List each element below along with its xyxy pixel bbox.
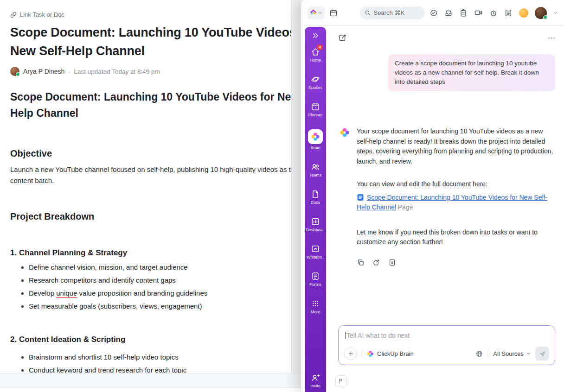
spaces-icon bbox=[311, 75, 320, 84]
doc-body-heading: Scope Document: Launching 10 YouTube Vid… bbox=[10, 89, 335, 121]
ai-paragraph: Your scope document for launching 10 You… bbox=[357, 126, 555, 166]
sources-label: All Sources bbox=[493, 350, 524, 357]
online-status-dot bbox=[16, 72, 20, 76]
objective-paragraph: Launch a new YouTube channel focused on … bbox=[10, 164, 326, 186]
sidebar-item-planner[interactable]: Planner bbox=[305, 102, 326, 117]
export-icon[interactable] bbox=[388, 259, 396, 266]
sidebar-item-invite[interactable]: Invite bbox=[305, 373, 326, 388]
clickup-logo-button[interactable] bbox=[308, 6, 325, 19]
sidebar-item-label: Brain bbox=[310, 145, 320, 150]
wave-icon[interactable] bbox=[519, 8, 528, 18]
docs-icon bbox=[311, 190, 320, 199]
brain-logo-icon bbox=[367, 350, 374, 357]
link-type-label: Page bbox=[398, 203, 413, 211]
active-item-tile bbox=[308, 129, 323, 144]
chevron-down-icon[interactable] bbox=[553, 11, 558, 15]
ai-paragraph: Let me know if you need this broken down… bbox=[357, 228, 555, 247]
brain-logo-icon bbox=[311, 132, 320, 141]
scope-document-link[interactable]: Scope Document: Launching 10 YouTube Vid… bbox=[357, 194, 547, 211]
composer-toolbar: ClickUp Brain All Sources bbox=[344, 347, 549, 360]
sidebar-item-whiteboards[interactable]: Whitebo.. bbox=[305, 244, 326, 259]
sidebar-item-label: Dashboa.. bbox=[306, 228, 325, 232]
separator-dot: · bbox=[68, 68, 70, 75]
whiteboards-icon bbox=[311, 244, 320, 253]
calendar-icon[interactable] bbox=[329, 9, 338, 17]
add-attachment-button[interactable] bbox=[344, 347, 357, 360]
sidebar-item-teams[interactable]: Teams bbox=[305, 162, 326, 177]
section2-heading: 2. Content Ideation & Scripting bbox=[10, 335, 125, 344]
project-breakdown-heading: Project Breakdown bbox=[10, 211, 94, 222]
ai-composer[interactable]: Tell AI what to do next ClickUp Brain bbox=[338, 325, 555, 365]
sidebar-item-label: Forms bbox=[309, 282, 321, 287]
send-button[interactable] bbox=[535, 347, 549, 360]
overlay-sidebar: 4 Home Spaces Planner bbox=[305, 27, 326, 392]
brain-chat-panel: ⋯ Create a scope document for launching … bbox=[326, 26, 564, 392]
doc-page-title: Scope Document: Launching 10 YouTube Vid… bbox=[10, 23, 340, 60]
chat-options-menu-icon[interactable]: ⋯ bbox=[548, 33, 555, 42]
message-action-row bbox=[357, 259, 555, 266]
sidebar-item-home[interactable]: 4 Home bbox=[305, 47, 326, 63]
timer-icon[interactable] bbox=[489, 9, 498, 17]
author-avatar[interactable] bbox=[10, 67, 19, 76]
model-selector[interactable]: ClickUp Brain bbox=[377, 350, 414, 357]
web-search-globe-icon[interactable] bbox=[475, 350, 483, 358]
link-task-or-doc-button[interactable]: Link Task or Doc bbox=[10, 11, 64, 18]
check-circle-icon[interactable] bbox=[429, 9, 438, 17]
divider bbox=[488, 349, 488, 358]
sidebar-item-label: More bbox=[311, 310, 320, 314]
search-placeholder: Search ⌘K bbox=[374, 9, 404, 16]
sidebar-item-dashboards[interactable]: Dashboa.. bbox=[305, 217, 326, 232]
objective-heading: Objective bbox=[10, 148, 52, 159]
sidebar-item-label: Docs bbox=[311, 200, 320, 205]
ai-response-body: Your scope document for launching 10 You… bbox=[357, 126, 555, 266]
video-icon[interactable] bbox=[474, 8, 483, 17]
invite-person-icon bbox=[311, 373, 320, 382]
last-updated-text: Last updated Today at 8:49 pm bbox=[74, 68, 160, 75]
sidebar-item-docs[interactable]: Docs bbox=[305, 190, 326, 205]
link-icon bbox=[10, 12, 17, 18]
overlay-topbar: Search ⌘K bbox=[301, 0, 564, 26]
notes-icon[interactable] bbox=[504, 9, 513, 17]
dashboards-icon bbox=[311, 217, 320, 226]
online-status-dot bbox=[543, 15, 547, 19]
composer-placeholder: Tell AI what to do next bbox=[346, 332, 410, 339]
planner-icon bbox=[311, 102, 320, 111]
section1-bullet-list: Define channel vision, mission, and targ… bbox=[10, 261, 326, 313]
feedback-flag-icon[interactable] bbox=[335, 375, 346, 386]
search-input[interactable]: Search ⌘K bbox=[360, 6, 425, 19]
chevron-down-icon bbox=[318, 11, 322, 15]
link-task-or-doc-label: Link Task or Doc bbox=[20, 11, 64, 18]
clipboard-icon[interactable] bbox=[459, 9, 468, 17]
copy-icon[interactable] bbox=[357, 259, 365, 266]
sidebar-item-spaces[interactable]: Spaces bbox=[305, 75, 326, 90]
doc-link-line: Scope Document: Launching 10 YouTube Vid… bbox=[357, 193, 555, 213]
divider bbox=[362, 349, 362, 358]
expand-sidebar-icon[interactable] bbox=[311, 32, 320, 40]
user-message-bubble: Create a scope document for launching 10… bbox=[388, 54, 555, 91]
composer-right-controls: All Sources bbox=[475, 347, 549, 360]
author-row: Arya P Dinesh · Last updated Today at 8:… bbox=[10, 67, 160, 76]
sources-dropdown[interactable]: All Sources bbox=[493, 350, 531, 357]
bullet-item: Define channel vision, mission, and targ… bbox=[29, 261, 326, 274]
ai-paragraph: You can view and edit the full document … bbox=[357, 179, 555, 190]
sidebar-item-label: Spaces bbox=[308, 85, 322, 90]
sidebar-item-brain[interactable]: Brain bbox=[305, 129, 326, 150]
chevron-down-icon bbox=[526, 351, 531, 356]
bullet-text: value proposition and branding guideline… bbox=[77, 289, 207, 297]
forms-icon bbox=[311, 272, 320, 281]
spellcheck-underlined-word: unique bbox=[56, 289, 77, 297]
clickup-logo-icon bbox=[310, 9, 317, 16]
bullet-item: Research competitors and identify conten… bbox=[29, 274, 326, 287]
user-avatar[interactable] bbox=[535, 7, 547, 19]
sidebar-item-forms[interactable]: Forms bbox=[305, 272, 326, 287]
sidebar-item-more[interactable]: More bbox=[305, 299, 326, 314]
brain-avatar-icon bbox=[340, 126, 350, 266]
new-chat-compose-icon[interactable] bbox=[338, 33, 347, 42]
teams-icon bbox=[311, 162, 320, 171]
edit-response-icon[interactable] bbox=[372, 259, 380, 266]
sidebar-item-label: Teams bbox=[309, 173, 322, 177]
author-name[interactable]: Arya P Dinesh bbox=[23, 68, 64, 75]
doc-scrollbar[interactable] bbox=[291, 0, 301, 373]
inbox-icon[interactable] bbox=[444, 9, 453, 17]
composer-input[interactable]: Tell AI what to do next bbox=[345, 331, 549, 340]
